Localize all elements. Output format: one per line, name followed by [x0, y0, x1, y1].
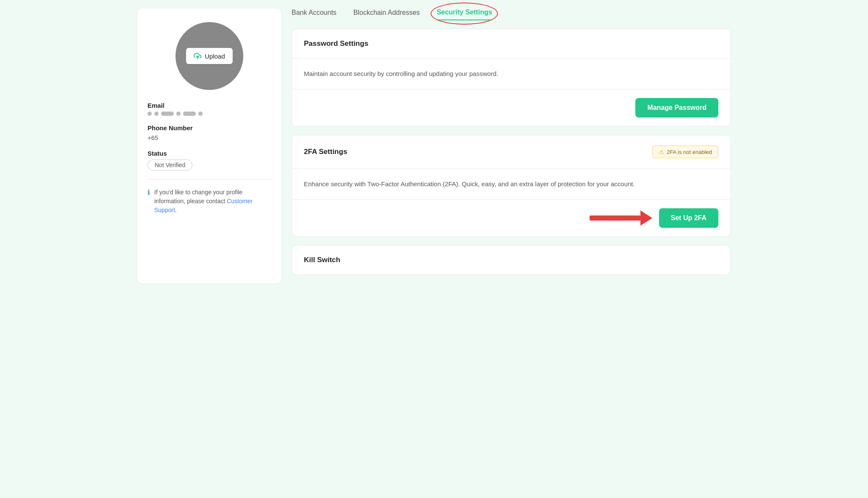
tab-security-settings[interactable]: Security Settings [437, 8, 492, 20]
avatar-section: Upload [147, 22, 271, 90]
left-panel: Upload Email Phone Number +65 Status Not… [137, 8, 281, 283]
email-dots [147, 112, 271, 116]
dot [147, 112, 152, 116]
twofa-warning-badge: ⚠ 2FA is not enabled [652, 145, 718, 158]
twofa-header-row: 2FA Settings ⚠ 2FA is not enabled [304, 145, 718, 158]
arrow-body [590, 215, 640, 221]
info-row: ℹ If you'd like to change your profile i… [147, 188, 271, 215]
twofa-card-action: Set Up 2FA [292, 200, 730, 236]
tab-bank-accounts[interactable]: Bank Accounts [292, 8, 337, 20]
upload-icon [194, 52, 201, 60]
page-wrapper: Upload Email Phone Number +65 Status Not… [137, 8, 731, 283]
phone-field: Phone Number +65 [147, 124, 271, 141]
password-card-body: Maintain account security by controlling… [292, 59, 730, 89]
right-panel: Bank Accounts Blockchain Addresses Secur… [292, 8, 731, 283]
dot [176, 112, 181, 116]
dot [154, 112, 159, 116]
divider [147, 179, 271, 179]
phone-value: +65 [147, 134, 271, 141]
manage-password-button[interactable]: Manage Password [635, 98, 718, 118]
tabs-row: Bank Accounts Blockchain Addresses Secur… [292, 8, 731, 20]
status-badge: Not Verified [147, 159, 192, 171]
twofa-badge-text: 2FA is not enabled [667, 149, 712, 155]
password-card-header: Password Settings [292, 29, 730, 58]
warning-icon: ⚠ [659, 148, 664, 155]
password-card-action: Manage Password [292, 90, 730, 126]
email-label: Email [147, 102, 271, 109]
password-settings-card: Password Settings Maintain account secur… [292, 29, 731, 126]
phone-label: Phone Number [147, 124, 271, 131]
password-card-description: Maintain account security by controlling… [304, 69, 718, 79]
info-icon: ℹ [147, 188, 150, 196]
status-label: Status [147, 150, 271, 157]
password-card-title: Password Settings [304, 39, 718, 48]
status-field: Status Not Verified [147, 150, 271, 171]
twofa-settings-card: 2FA Settings ⚠ 2FA is not enabled Enhanc… [292, 135, 731, 237]
twofa-card-title: 2FA Settings [304, 148, 347, 156]
twofa-card-description: Enhance security with Two-Factor Authent… [304, 179, 718, 189]
upload-button[interactable]: Upload [186, 48, 233, 64]
red-arrow-annotation [590, 210, 652, 226]
setup-2fa-button[interactable]: Set Up 2FA [659, 208, 718, 228]
tab-security-wrapper: Security Settings [437, 8, 492, 20]
dot-wide [161, 112, 174, 116]
arrow-head [640, 210, 652, 226]
upload-label: Upload [205, 53, 225, 60]
avatar: Upload [175, 22, 243, 90]
kill-switch-card-header: Kill Switch [292, 246, 730, 274]
tab-blockchain-addresses[interactable]: Blockchain Addresses [353, 8, 420, 20]
email-field: Email [147, 102, 271, 116]
dot [198, 112, 203, 116]
dot-wide [183, 112, 196, 116]
twofa-card-header: 2FA Settings ⚠ 2FA is not enabled [292, 135, 730, 168]
kill-switch-card: Kill Switch [292, 245, 731, 275]
kill-switch-card-title: Kill Switch [304, 256, 718, 264]
info-text: If you'd like to change your profile inf… [154, 188, 271, 215]
twofa-card-body: Enhance security with Two-Factor Authent… [292, 169, 730, 199]
